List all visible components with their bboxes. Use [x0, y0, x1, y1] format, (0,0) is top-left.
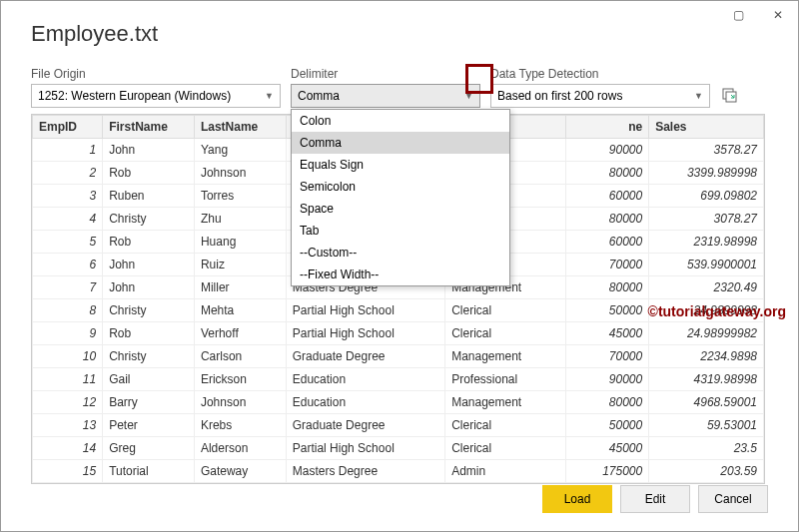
delimiter-option-space[interactable]: Space [292, 198, 509, 220]
table-row[interactable]: 12BarryJohnsonEducationManagement8000049… [33, 391, 764, 414]
cell-first: Barry [103, 391, 195, 414]
cell-inc: 90000 [566, 139, 649, 162]
cell-sales: 23.5 [649, 437, 764, 460]
cell-occ: Clerical [445, 322, 566, 345]
table-row[interactable]: 9RobVerhoffPartial High SchoolClerical45… [33, 322, 764, 345]
datatype-combo[interactable]: Based on first 200 rows ▼ [490, 84, 710, 108]
cell-first: Rob [103, 162, 195, 185]
cell-last: Krebs [194, 414, 286, 437]
cell-occ: Clerical [445, 414, 566, 437]
cell-inc: 80000 [566, 162, 649, 185]
refresh-icon[interactable] [720, 86, 740, 106]
cell-first: John [103, 254, 195, 276]
cell-last: Huang [194, 231, 286, 254]
col-income[interactable]: ne [566, 116, 649, 139]
delimiter-group: Delimiter Comma ▼ [291, 67, 480, 108]
chevron-down-icon: ▼ [265, 91, 274, 101]
cell-empid: 14 [33, 437, 103, 460]
cell-inc: 50000 [566, 299, 649, 322]
cell-first: Ruben [103, 185, 195, 208]
cell-edu: Partial High School [286, 437, 444, 460]
col-lastname[interactable]: LastName [194, 116, 286, 139]
cell-first: John [103, 276, 195, 299]
cell-empid: 7 [33, 276, 103, 299]
table-row[interactable]: 10ChristyCarlsonGraduate DegreeManagemen… [33, 345, 764, 368]
delimiter-option-colon[interactable]: Colon [292, 110, 509, 132]
cell-edu: Partial High School [286, 322, 444, 345]
cell-empid: 13 [33, 414, 103, 437]
table-row[interactable]: 14GregAldersonPartial High SchoolClerica… [33, 437, 764, 460]
delimiter-combo[interactable]: Comma ▼ [291, 84, 480, 108]
cell-empid: 5 [33, 231, 103, 254]
cell-edu: Graduate Degree [286, 345, 444, 368]
cell-empid: 10 [33, 345, 103, 368]
col-sales[interactable]: Sales [649, 116, 764, 139]
cell-inc: 90000 [566, 368, 649, 391]
maximize-icon[interactable]: ▢ [718, 1, 758, 29]
file-origin-label: File Origin [31, 67, 281, 81]
cell-sales: 2320.49 [649, 276, 764, 299]
cell-inc: 45000 [566, 437, 649, 460]
page-title: Employee.txt [31, 21, 768, 47]
cell-first: Tutorial [103, 460, 195, 483]
cell-first: Rob [103, 231, 195, 254]
delimiter-value: Comma [298, 89, 340, 103]
cell-last: Verhoff [194, 322, 286, 345]
cell-sales: 3578.27 [649, 139, 764, 162]
close-icon[interactable]: ✕ [758, 1, 798, 29]
cell-sales: 4319.98998 [649, 368, 764, 391]
cell-last: Ruiz [194, 254, 286, 276]
cancel-button[interactable]: Cancel [698, 485, 768, 513]
cell-empid: 6 [33, 254, 103, 276]
file-origin-combo[interactable]: 1252: Western European (Windows) ▼ [31, 84, 281, 108]
cell-sales: 2319.98998 [649, 231, 764, 254]
cell-sales: 699.09802 [649, 185, 764, 208]
cell-last: Carlson [194, 345, 286, 368]
cell-empid: 15 [33, 460, 103, 483]
cell-inc: 60000 [566, 185, 649, 208]
cell-first: Greg [103, 437, 195, 460]
cell-occ: Management [445, 345, 566, 368]
table-row[interactable]: 13PeterKrebsGraduate DegreeClerical50000… [33, 414, 764, 437]
cell-inc: 50000 [566, 414, 649, 437]
delimiter-option-custom[interactable]: --Custom-- [292, 242, 509, 264]
cell-first: Peter [103, 414, 195, 437]
cell-sales: 203.59 [649, 460, 764, 483]
delimiter-option-comma[interactable]: Comma [292, 132, 509, 154]
file-origin-value: 1252: Western European (Windows) [38, 89, 231, 103]
controls-row: File Origin 1252: Western European (Wind… [31, 67, 768, 108]
cell-empid: 3 [33, 185, 103, 208]
table-row[interactable]: 15TutorialGatewayMasters DegreeAdmin1750… [33, 460, 764, 483]
table-row[interactable]: 11GailEricksonEducationProfessional90000… [33, 368, 764, 391]
cell-empid: 8 [33, 299, 103, 322]
cell-inc: 80000 [566, 391, 649, 414]
delimiter-option-equals[interactable]: Equals Sign [292, 154, 509, 176]
watermark: ©tutorialgateway.org [648, 303, 786, 319]
delimiter-option-tab[interactable]: Tab [292, 220, 509, 242]
load-button[interactable]: Load [542, 485, 612, 513]
col-firstname[interactable]: FirstName [103, 116, 195, 139]
cell-last: Johnson [194, 162, 286, 185]
cell-inc: 80000 [566, 208, 649, 231]
cell-last: Zhu [194, 208, 286, 231]
delimiter-dropdown: Colon Comma Equals Sign Semicolon Space … [291, 109, 510, 286]
cell-empid: 4 [33, 208, 103, 231]
cell-sales: 3399.989998 [649, 162, 764, 185]
cell-occ: Admin [445, 460, 566, 483]
cell-edu: Education [286, 368, 444, 391]
delimiter-option-fixed[interactable]: --Fixed Width-- [292, 264, 509, 285]
delimiter-option-semicolon[interactable]: Semicolon [292, 176, 509, 198]
edit-button[interactable]: Edit [620, 485, 690, 513]
cell-last: Erickson [194, 368, 286, 391]
col-empid[interactable]: EmpID [33, 116, 103, 139]
cell-inc: 60000 [566, 231, 649, 254]
highlight-annotation [465, 64, 493, 94]
chevron-down-icon: ▼ [694, 91, 703, 101]
cell-last: Yang [194, 139, 286, 162]
dialog-window: ▢ ✕ Employee.txt File Origin 1252: Weste… [0, 0, 799, 532]
cell-last: Alderson [194, 437, 286, 460]
datatype-value: Based on first 200 rows [497, 89, 622, 103]
cell-occ: Clerical [445, 299, 566, 322]
cell-edu: Graduate Degree [286, 414, 444, 437]
cell-edu: Education [286, 391, 444, 414]
